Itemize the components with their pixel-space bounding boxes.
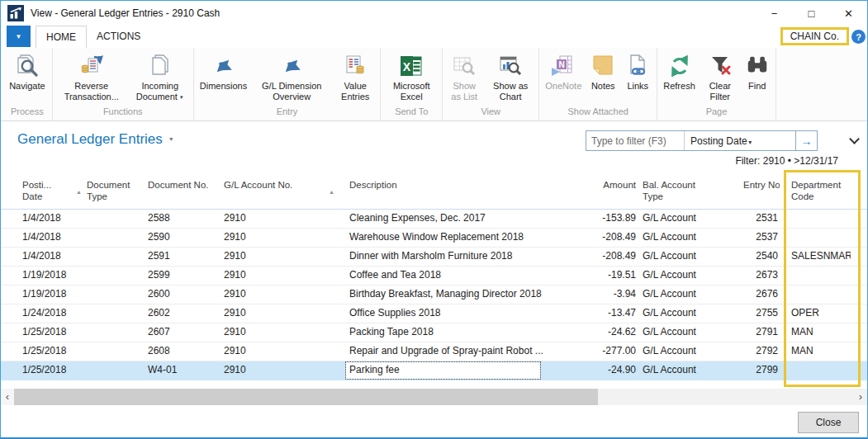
cell-description: Warehouse Window Replacement 2018 [344,229,547,247]
show-as-chart-button[interactable]: Show as Chart [484,50,537,102]
sort-asc-icon: ▲ [76,186,82,198]
group-label-send-to: Send To [382,106,440,120]
application-menu-button[interactable]: ▼ [7,26,31,47]
horizontal-scrollbar[interactable]: ‹ › [1,389,867,405]
refresh-button[interactable]: Refresh [659,50,700,92]
show-as-list-button: Show as List [444,50,484,102]
apply-filter-button[interactable] [795,131,817,150]
find-icon [745,51,770,81]
cell-document-no: 2600 [143,286,219,304]
ribbon-group-page: Refresh Clear Filter [657,48,776,120]
scrollbar-thumb[interactable] [14,389,598,405]
reverse-transaction-button[interactable]: Reverse Transaction... [55,50,129,102]
group-label-show-attached: Show Attached [541,106,655,120]
maximize-button[interactable]: □ [793,1,830,26]
cell-department-code [780,229,851,247]
cell-document-type [82,342,143,361]
microsoft-excel-button[interactable]: X Microsoft Excel [382,50,440,102]
table-row[interactable]: 1/24/2018 2602 2910 Office Supplies 2018… [1,304,867,323]
cell-entry-no: 2792 [738,342,780,361]
ribbon-group-view: Show as List Show as Chart View [443,48,539,120]
group-label-view: View [444,106,537,120]
notes-button[interactable]: Notes [586,50,620,92]
cell-amount: -208.49 [547,248,638,266]
table-row[interactable]: 1/4/2018 2591 2910 Dinner with Marsholm … [1,248,867,267]
cell-entry-no: 2537 [738,229,780,247]
table-row[interactable]: 1/25/2018 2607 2910 Packing Tape 2018 -2… [1,323,867,342]
cell-department-code [780,286,851,304]
filter-input[interactable] [586,132,684,149]
cell-bal-account-type: G/L Account [638,323,738,342]
column-header-posting-date[interactable]: Posti...Date ▲ [17,176,82,209]
company-badge: CHAIN Co. [780,27,849,45]
cell-document-no: 2608 [143,342,219,361]
cell-gl-account-no: 2910 [219,286,344,304]
cell-bal-account-type: G/L Account [638,248,738,266]
cell-department-code [780,210,851,228]
page-title[interactable]: General Ledger Entries [17,131,174,148]
onenote-icon: N [550,51,576,81]
navigate-button[interactable]: Navigate [5,50,49,92]
table-row[interactable]: 1/19/2018 2599 2910 Coffee and Tea 2018 … [1,267,867,286]
group-label-entry: Entry [196,106,378,120]
reverse-transaction-icon [78,51,105,81]
links-button[interactable]: Links [620,50,655,92]
cell-bal-account-type: G/L Account [638,210,738,228]
gl-dimension-overview-button[interactable]: G/L Dimension Overview [251,50,332,102]
ribbon-tab-row: ▼ HOME ACTIONS CHAIN Co. ? [1,26,867,48]
table-header: Posti...Date ▲ DocumentType Document No.… [1,176,867,210]
cell-document-no: 2607 [143,323,219,342]
cell-gl-account-no: 2910 [219,248,344,266]
cell-posting-date: 1/24/2018 [17,304,82,323]
tab-actions[interactable]: ACTIONS [87,26,150,48]
column-header-gl-account-no[interactable]: G/L Account No. ▲ [219,176,344,209]
column-header-department-code[interactable]: DepartmentCode [780,176,851,209]
cell-description: Repair and Upgrade of Spray-paint Robot … [344,342,547,361]
group-label-page: Page [659,106,774,120]
navigate-icon [14,51,40,81]
cell-gl-account-no: 2910 [219,229,344,247]
cell-document-type [82,248,143,266]
column-header-bal-account-type[interactable]: Bal. AccountType [638,176,738,209]
value-entries-button[interactable]: Value Entries [332,50,378,102]
cell-document-type [82,304,143,323]
scroll-right-button[interactable]: › [854,389,867,405]
cell-document-no: 2591 [143,248,219,266]
scroll-left-button[interactable]: ‹ [1,389,14,405]
cell-gl-account-no: 2910 [219,361,344,380]
tab-home[interactable]: HOME [36,26,87,48]
incoming-document-button[interactable]: Incoming Document [129,50,192,103]
column-header-description[interactable]: Description [344,176,547,209]
cell-description: Birthday Breakfast, Managing Director 20… [344,286,547,304]
help-icon[interactable]: ? [851,30,866,44]
find-button[interactable]: Find [741,50,774,92]
filter-field-select[interactable]: Posting Date [684,131,795,150]
cell-description: Parking fee [344,361,547,380]
dimensions-button[interactable]: Dimensions [196,50,251,92]
table-row[interactable]: 1/4/2018 2590 2910 Warehouse Window Repl… [1,229,867,248]
column-header-amount[interactable]: Amount [547,176,638,209]
cell-gl-account-no: 2910 [219,267,344,285]
column-header-document-no[interactable]: Document No. [143,176,219,209]
title-bar: View - General Ledger Entries - 2910 Cas… [1,1,867,26]
cell-amount: -13.47 [547,304,638,323]
column-header-document-type[interactable]: DocumentType [82,176,143,209]
close-window-button[interactable]: ✕ [830,1,867,26]
cell-amount: -153.89 [547,210,638,228]
close-button[interactable]: Close [798,412,859,433]
cell-posting-date: 1/4/2018 [17,210,82,228]
clear-filter-icon [707,51,733,81]
expand-filter-pane-chevron-icon[interactable] [850,135,858,144]
table-row[interactable]: 1/25/2018 2608 2910 Repair and Upgrade o… [1,342,867,361]
clear-filter-button[interactable]: Clear Filter [700,50,741,102]
minimize-button[interactable]: − [756,1,793,26]
inline-edit-field[interactable]: Parking fee [346,362,540,379]
column-header-entry-no[interactable]: Entry No. [738,176,780,209]
table-row[interactable]: 1/25/2018 W4-01 2910 Parking fee -24.90 … [1,361,867,380]
cell-entry-no: 2755 [738,304,780,323]
table-row[interactable]: 1/19/2018 2600 2910 Birthday Breakfast, … [1,286,867,304]
window-title: View - General Ledger Entries - 2910 Cas… [31,7,220,19]
table-row[interactable]: 1/4/2018 2588 2910 Cleaning Expenses, De… [1,210,867,229]
group-label-process: Process [4,106,50,120]
cell-amount: -19.51 [547,267,638,285]
